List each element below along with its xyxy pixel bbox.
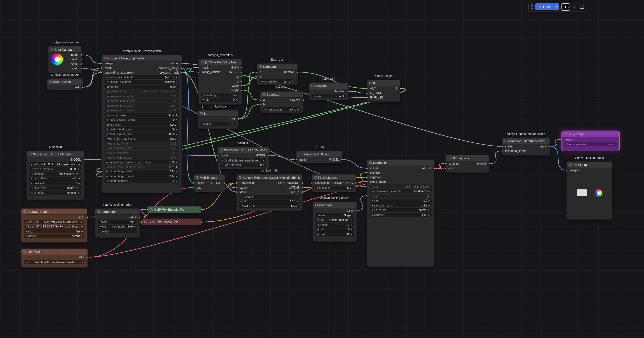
decrement-arrow-icon[interactable]: ◀ [26, 230, 27, 232]
widget-scheduler[interactable]: ◀schedulernormal▶ [370, 208, 432, 212]
widget-steps[interactable]: ◀steps20▶ [370, 194, 432, 198]
widget-seed[interactable]: ◀seed388844821938259▶ [370, 184, 432, 189]
increment-arrow-icon[interactable]: ▶ [176, 161, 178, 163]
widget-mask_fill_holes[interactable]: mask_fill_holestrue [104, 113, 179, 117]
decrement-arrow-icon[interactable]: ◀ [26, 221, 27, 223]
decrement-arrow-icon[interactable]: ◀ [317, 224, 319, 226]
widget-extend_left_factor[interactable]: ◀extend_left_factor1.00▶ [104, 151, 179, 155]
increment-arrow-icon[interactable]: ▶ [176, 81, 178, 83]
toggle-dot[interactable] [342, 95, 344, 97]
node-compare_h[interactable]: Compareabooleanb◀comparisona < b▶ [260, 91, 304, 113]
widget-type[interactable]: ◀typeflux▶ [24, 229, 85, 234]
increment-arrow-icon[interactable]: ▶ [176, 119, 178, 121]
node-dit_loader[interactable]: Nunchaku FLUX DiT LoaderMODEL◀svdq-int4_… [26, 151, 84, 200]
widget-guidance[interactable]: ◀guidance2.5▶ [314, 186, 353, 190]
widget-device[interactable]: ◀devicedefault▶ [24, 234, 85, 238]
collapse-toggle[interactable] [144, 221, 147, 223]
increment-arrow-icon[interactable]: ▶ [78, 173, 80, 175]
decrement-arrow-icon[interactable]: ◀ [202, 123, 204, 125]
node-header[interactable]: FluxGuidance [312, 174, 356, 181]
node-header[interactable]: KSampler [367, 160, 434, 166]
image_optional-input-port[interactable] [198, 71, 200, 73]
node-header[interactable]: DualCLIPLoader [21, 209, 87, 215]
widget-mask_invert[interactable]: mask_invertfalse [104, 122, 179, 127]
output_target_width-widget-port[interactable] [100, 170, 102, 172]
model-input-port[interactable] [295, 158, 297, 160]
decrement-arrow-icon[interactable]: ◀ [241, 196, 242, 198]
node-param_steps[interactable]: ParametervaluenameSteps◀typenumber (inte… [312, 202, 357, 242]
clip_neg-in-port[interactable] [140, 221, 142, 223]
increment-arrow-icon[interactable]: ▶ [296, 200, 298, 202]
decrement-arrow-icon[interactable]: ◀ [261, 80, 263, 82]
value-output-port[interactable] [139, 216, 141, 218]
increment-arrow-icon[interactable]: ▶ [78, 182, 80, 184]
node-vae_encode[interactable]: VAE EncodepixelsLATENTvae [194, 174, 225, 192]
decrement-arrow-icon[interactable]: ◀ [264, 108, 266, 110]
MASK-output-port[interactable] [241, 66, 243, 68]
decrement-arrow-icon[interactable]: ◀ [106, 170, 108, 172]
decrement-arrow-icon[interactable]: ◀ [106, 133, 108, 135]
width-output-port[interactable] [241, 84, 243, 87]
decrement-arrow-icon[interactable]: ◀ [106, 180, 108, 182]
IF_FALSE-input-port[interactable] [366, 96, 368, 98]
node-save_image[interactable]: Save Imageimagesfilename_prefixkrita [562, 130, 620, 151]
a-input-port[interactable] [259, 99, 261, 101]
increment-arrow-icon[interactable]: ▶ [351, 228, 352, 230]
node-header[interactable]: Load VAE [21, 249, 88, 255]
image-output-port[interactable] [549, 145, 551, 148]
decrement-arrow-icon[interactable]: ◀ [371, 200, 373, 202]
collapse-toggle[interactable] [150, 208, 152, 211]
widget-output_resize_to_target_size[interactable]: output_resize_to_target_sizetrue [104, 165, 179, 169]
latent_image-input-port[interactable] [366, 181, 368, 183]
increment-arrow-icon[interactable]: ▶ [82, 230, 83, 232]
node-if_node[interactable]: IfANY?IF_TRUEIF_FALSE [367, 80, 400, 102]
increment-arrow-icon[interactable]: ▶ [176, 170, 178, 172]
widget-preresize_min_height[interactable]: ◀preresize_min_height1024▶ [104, 99, 179, 103]
increment-arrow-icon[interactable]: ▶ [78, 163, 80, 165]
decrement-arrow-icon[interactable]: ◀ [31, 168, 32, 170]
run-button[interactable]: ▷ Run [535, 3, 554, 10]
decrement-arrow-icon[interactable]: ◀ [241, 200, 242, 202]
MODEL-output-port[interactable] [268, 154, 270, 156]
increment-arrow-icon[interactable]: ▶ [351, 219, 352, 221]
widget-i2f_mode[interactable]: ◀i2f_modeenabled▶ [29, 190, 82, 195]
decrement-arrow-icon[interactable]: ◀ [203, 99, 204, 101]
decrement-arrow-icon[interactable]: ◀ [222, 159, 224, 161]
increment-arrow-icon[interactable]: ▶ [297, 108, 299, 110]
decrement-arrow-icon[interactable]: ◀ [203, 94, 204, 96]
increment-arrow-icon[interactable]: ▶ [351, 224, 352, 226]
Conditioning-input-port[interactable] [235, 182, 238, 184]
node-header[interactable]: If [367, 80, 400, 86]
collapse-toggle[interactable] [23, 250, 26, 253]
vae-input-port[interactable] [444, 167, 446, 169]
increment-arrow-icon[interactable]: ▶ [176, 180, 178, 182]
widget-name[interactable]: nametext [98, 220, 137, 224]
model-input-port[interactable] [216, 154, 218, 156]
steps-widget-port[interactable] [366, 195, 368, 197]
decrement-arrow-icon[interactable]: ◀ [106, 76, 108, 78]
decrement-arrow-icon[interactable]: ◀ [106, 81, 108, 83]
LATENT-output-port[interactable] [302, 186, 304, 188]
increment-arrow-icon[interactable]: ▶ [232, 123, 234, 125]
widget-value[interactable]: valuetrue [312, 94, 346, 98]
widget-filename_prefix[interactable]: filename_prefixkrita [564, 142, 617, 146]
increment-arrow-icon[interactable]: ▶ [176, 76, 178, 78]
collapse-toggle[interactable] [50, 48, 53, 50]
decrement-arrow-icon[interactable]: ◀ [317, 228, 319, 230]
collapse-toggle[interactable] [49, 80, 52, 83]
VAE-output-port[interactable] [87, 256, 89, 258]
batch-count-input[interactable]: 1 ▴▾ [562, 3, 570, 10]
increment-arrow-icon[interactable]: ▶ [82, 261, 84, 263]
optional_context_mask-input-port[interactable] [100, 72, 103, 74]
collapse-toggle[interactable] [239, 176, 241, 179]
decrement-icon[interactable]: ▾ [568, 7, 569, 9]
collapse-toggle[interactable] [23, 210, 26, 213]
widget-Mask Only[interactable]: Mask Onlyfalse [239, 204, 300, 208]
widget-clip_name1[interactable]: ◀clip_name1t5xxl_fp8_e4m3fn.safetensors▶ [24, 220, 85, 224]
inpainted_image-input-port[interactable] [501, 150, 503, 152]
INT-output-port[interactable] [238, 118, 240, 120]
node-vae_decode[interactable]: VAE DecodesamplesIMAGEvae [445, 155, 490, 173]
LATENT-output-port[interactable] [433, 167, 436, 169]
widget-preresize_min_width[interactable]: ◀preresize_min_width1024▶ [104, 94, 179, 98]
y-output-port[interactable] [241, 80, 243, 82]
